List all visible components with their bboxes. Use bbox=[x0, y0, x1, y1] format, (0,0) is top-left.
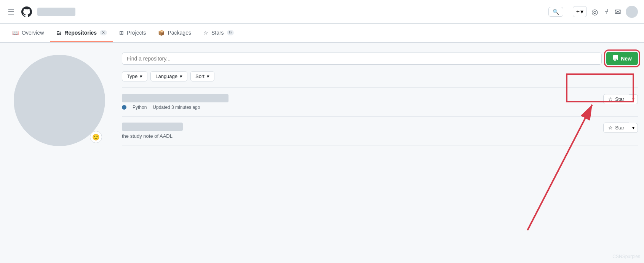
main-header: ☰ 🔍 + ▾ ◎ ⑂ ✉ bbox=[0, 0, 644, 24]
star-dropdown-2[interactable]: ▾ bbox=[629, 123, 638, 133]
main-content: 🙂 New Type ▾ bbox=[0, 43, 644, 155]
repo-item-right-2: ☆ Star ▾ bbox=[603, 123, 638, 133]
tab-projects[interactable]: ⊞ Projects bbox=[113, 24, 152, 42]
profile-sidebar: 🙂 bbox=[6, 52, 113, 146]
type-chevron-icon: ▾ bbox=[140, 73, 142, 79]
profile-nav: 📖 Overview 🗂 Repositories 3 ⊞ Projects 📦… bbox=[0, 24, 644, 43]
stars-badge: 9 bbox=[227, 30, 234, 35]
repo-meta-2: the study note of AADL bbox=[122, 133, 183, 139]
username-placeholder bbox=[37, 8, 75, 16]
sort-filter-label: Sort bbox=[195, 73, 205, 79]
tab-overview[interactable]: 📖 Overview bbox=[6, 24, 50, 42]
inbox-button[interactable]: ✉ bbox=[613, 6, 623, 18]
plus-icon: + bbox=[576, 8, 580, 15]
overview-icon: 📖 bbox=[12, 30, 19, 36]
stars-icon: ☆ bbox=[203, 30, 208, 36]
star-icon-1: ☆ bbox=[608, 96, 613, 102]
pull-requests-button[interactable]: ⑂ bbox=[602, 6, 610, 18]
tab-repositories[interactable]: 🗂 Repositories 3 bbox=[50, 24, 113, 42]
repo-item-left-1: Python Updated 3 minutes ago bbox=[122, 94, 229, 110]
repo-meta-1: Python Updated 3 minutes ago bbox=[122, 105, 229, 110]
new-repo-button[interactable]: New bbox=[606, 52, 638, 65]
language-label-1: Python bbox=[133, 105, 147, 110]
star-icon-2: ☆ bbox=[608, 125, 613, 131]
filter-row: Type ▾ Language ▾ Sort ▾ bbox=[122, 71, 638, 81]
packages-icon: 📦 bbox=[158, 30, 165, 36]
table-row: Python Updated 3 minutes ago ☆ Star ▾ bbox=[122, 88, 638, 116]
language-chevron-icon: ▾ bbox=[180, 73, 182, 79]
repo-name-placeholder-2 bbox=[122, 123, 183, 131]
language-filter-label: Language bbox=[155, 73, 177, 79]
sort-chevron-icon: ▾ bbox=[207, 73, 209, 79]
repo-description-2: the study note of AADL bbox=[122, 133, 173, 139]
avatar[interactable] bbox=[626, 6, 638, 18]
new-button-wrapper: New bbox=[606, 52, 638, 65]
type-filter-label: Type bbox=[127, 73, 137, 79]
hamburger-button[interactable]: ☰ bbox=[6, 6, 16, 18]
language-filter-button[interactable]: Language ▾ bbox=[150, 71, 187, 81]
search-icon: 🔍 bbox=[553, 9, 559, 15]
updated-label-1: Updated 3 minutes ago bbox=[153, 105, 200, 110]
tab-stars[interactable]: ☆ Stars 9 bbox=[197, 24, 240, 42]
star-dropdown-1[interactable]: ▾ bbox=[629, 94, 638, 104]
sort-filter-button[interactable]: Sort ▾ bbox=[190, 71, 214, 81]
new-button-label: New bbox=[621, 56, 632, 62]
header-divider bbox=[568, 7, 568, 16]
star-button-1[interactable]: ☆ Star bbox=[603, 94, 629, 104]
chevron-down-icon: ▾ bbox=[580, 8, 583, 15]
tab-packages[interactable]: 📦 Packages bbox=[152, 24, 197, 42]
header-right: 🔍 + ▾ ◎ ⑂ ✉ bbox=[548, 6, 638, 18]
repo-controls: New bbox=[122, 52, 638, 65]
table-row: the study note of AADL ☆ Star ▾ bbox=[122, 116, 638, 145]
star-button-2[interactable]: ☆ Star bbox=[603, 123, 629, 133]
repo-search-input[interactable] bbox=[122, 53, 602, 65]
star-label-1: Star bbox=[615, 96, 624, 102]
header-left: ☰ bbox=[6, 6, 544, 18]
projects-icon: ⊞ bbox=[119, 30, 124, 36]
repo-list-area: New Type ▾ Language ▾ Sort ▾ bbox=[122, 52, 638, 146]
language-dot-1 bbox=[122, 105, 126, 110]
profile-avatar-large: 🙂 bbox=[14, 55, 105, 146]
header-search[interactable]: 🔍 bbox=[548, 7, 563, 17]
create-new-button[interactable]: + ▾ bbox=[573, 6, 587, 17]
repo-item-left-2: the study note of AADL bbox=[122, 123, 183, 139]
type-filter-button[interactable]: Type ▾ bbox=[122, 71, 147, 81]
star-label-2: Star bbox=[615, 125, 624, 131]
repo-name-placeholder-1 bbox=[122, 94, 229, 102]
github-logo bbox=[21, 6, 33, 18]
avatar-edit-button[interactable]: 🙂 bbox=[90, 131, 102, 143]
repositories-icon: 🗂 bbox=[56, 30, 61, 36]
copilot-button[interactable]: ◎ bbox=[590, 6, 599, 18]
repo-item-right-1: ☆ Star ▾ bbox=[603, 94, 638, 104]
new-repo-icon bbox=[612, 55, 618, 62]
repositories-badge: 3 bbox=[100, 30, 107, 35]
